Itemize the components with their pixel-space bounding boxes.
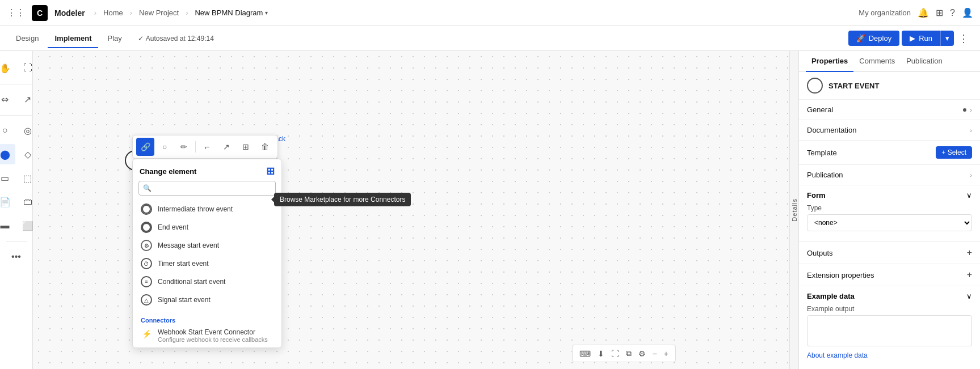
arrow-element-button[interactable]: ↗ [217,138,235,156]
layers-icon[interactable]: ⧉ [624,347,634,359]
example-output-textarea[interactable] [807,315,972,346]
general-dot-indicator [963,108,966,112]
bottom-toolbar: ⌨ ⬇ ⛶ ⧉ ⚙ − + [572,345,676,362]
morph-element-button[interactable]: ○ [155,138,174,156]
publication-section-row[interactable]: Publication › [799,165,980,185]
top-navigation: ⋮⋮ C Modeler › Home › New Project › New … [0,0,980,26]
link-element-button[interactable]: 🔗 [136,138,154,156]
grid-icon[interactable]: ⊞ [936,7,943,18]
form-section-label: Form [807,191,826,200]
list-item[interactable]: ≡ Conditional start event [133,273,281,291]
rect-tool[interactable]: ▭ [0,168,15,188]
right-panel-tabs: Properties Comments Publication [799,51,980,72]
list-item[interactable]: ⚡ Webhook Start Event Connector Configur… [141,326,274,345]
fullscreen-icon[interactable]: ⛶ [609,348,621,359]
tab-publication[interactable]: Publication [901,51,948,72]
canvas-area[interactable]: Send feedback 🔗 ○ ✏ ⌐ ↗ ⊞ 🗑 Change eleme… [33,51,789,369]
about-example-data-link[interactable]: About example data [807,351,868,359]
example-data-section: Example data ∨ Example output About exam… [799,286,980,365]
autosaved-indicator: ✓ Autosaved at 12:49:14 [138,35,214,43]
connect-element-button[interactable]: ⌐ [198,138,216,156]
publication-label: Publication [807,171,843,179]
delete-element-button[interactable]: 🗑 [256,138,274,156]
breadcrumb-project[interactable]: New Project [139,9,179,17]
tab-play[interactable]: Play [100,29,128,48]
append-element-button[interactable]: ⊞ [237,138,255,156]
element-item-label: Message start event [158,241,219,249]
template-section-row[interactable]: Template + Select [799,141,980,165]
documentation-row-right: › [970,127,972,134]
details-strip: Details [789,51,798,369]
download-icon[interactable]: ⬇ [595,348,607,359]
form-section-header[interactable]: Form ∨ [807,191,972,200]
doc-tool[interactable]: 📄 [0,192,15,212]
current-diagram[interactable]: New BPMN Diagram ▾ [195,9,268,17]
tab-comments[interactable]: Comments [853,51,901,72]
zoom-in-icon[interactable]: + [662,348,671,359]
list-item[interactable]: Intermediate throw event [133,200,281,218]
list-item[interactable]: △ Signal start event [133,291,281,309]
zoom-out-icon[interactable]: − [650,348,659,359]
circle-thick-tool[interactable]: ⬤ [0,144,15,164]
deploy-button[interactable]: 🚀 Deploy [848,31,899,46]
list-item[interactable]: ⏱ Timer start event [133,255,281,273]
extension-properties-plus-icon[interactable]: + [967,270,972,280]
notifications-icon[interactable]: 🔔 [918,7,929,18]
change-element-header: Change element ⊞ [133,159,281,181]
general-chevron-icon: › [970,107,972,113]
run-label: Run [919,34,932,43]
publication-row-right: › [970,172,972,179]
extension-properties-row[interactable]: Extension properties + [799,264,980,286]
change-element-search-input[interactable] [138,181,276,196]
details-label: Details [791,198,798,222]
connector-name: Webhook Start Event Connector [158,328,268,336]
user-icon[interactable]: 👤 [962,7,973,18]
run-dropdown-button[interactable]: ▾ [940,31,954,46]
breadcrumb-home[interactable]: Home [103,9,123,17]
example-data-header[interactable]: Example data ∨ [807,292,972,300]
form-type-select[interactable]: <none> Camunda Form External [807,214,972,231]
general-section-row[interactable]: General › [799,100,980,120]
run-button[interactable]: ▶ Run [902,31,940,46]
settings-icon[interactable]: ⚙ [636,348,648,359]
tab-properties[interactable]: Properties [806,51,853,72]
play-icon: ▶ [910,34,915,43]
documentation-section-row[interactable]: Documentation › [799,120,980,141]
edit-element-button[interactable]: ✏ [175,138,193,156]
connectors-label: Connectors [141,317,274,324]
app-name: Modeler [54,9,85,18]
lane-tool[interactable]: ▬ [0,215,15,236]
help-icon[interactable]: ? [950,8,955,18]
apps-icon[interactable]: ⋮⋮ [7,7,25,18]
list-item[interactable]: End event [133,218,281,236]
adjust-tool[interactable]: ⇔ [0,89,15,109]
app-logo: C [32,5,48,21]
form-chevron-icon: ∨ [966,191,972,200]
deploy-label: Deploy [869,34,891,43]
more-tools-button[interactable]: ••• [6,247,27,267]
tool-group-arrows: ⇔ ↗ [0,84,38,112]
keyboard-shortcut-icon[interactable]: ⌨ [577,348,593,359]
hand-tool[interactable]: ✋ [0,58,15,78]
example-output-label: Example output [807,305,972,313]
tab-design[interactable]: Design [9,29,45,48]
element-item-label: Conditional start event [158,278,225,286]
example-data-label: Example data [807,292,855,300]
conditional-start-event-icon: ≡ [141,276,152,287]
outputs-row[interactable]: Outputs + [799,242,980,264]
outputs-plus-icon[interactable]: + [967,248,972,258]
rocket-icon: 🚀 [856,34,865,43]
circle-tool[interactable]: ○ [0,120,15,141]
element-item-label: End event [158,223,188,231]
tab-implement[interactable]: Implement [48,29,98,48]
more-options-button[interactable]: ⋮ [956,30,971,47]
marketplace-button[interactable]: ⊞ [266,165,275,177]
change-element-title: Change element [140,167,196,176]
tool-group-shapes: ○ ◎ ⬤ ◇ ▭ ⬚ 📄 🗃 ▬ ⬜ [0,115,38,238]
change-element-panel: Change element ⊞ 🔍 Intermediate throw ev… [132,159,282,348]
list-item[interactable]: ⚙ Message start event [133,236,281,255]
element-type-header: START EVENT [799,72,980,100]
main-layout: ✋ ⛶ ⇔ ↗ ○ ◎ ⬤ ◇ ▭ ⬚ 📄 [0,51,980,369]
action-bar: Design Implement Play ✓ Autosaved at 12:… [0,26,980,51]
template-select-button[interactable]: + Select [936,146,972,159]
